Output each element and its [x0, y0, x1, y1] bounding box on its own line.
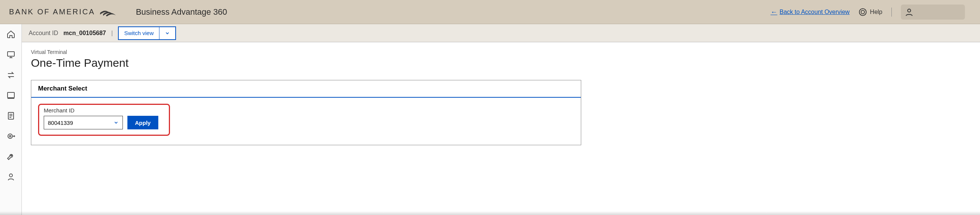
panel-body: Merchant ID 80041339 Apply	[31, 98, 581, 145]
body-wrap: Account ID mcn_00105687 | Switch view Vi…	[0, 24, 980, 215]
home-icon[interactable]	[6, 29, 16, 39]
monitor-transfer-icon[interactable]	[6, 50, 16, 60]
brand-name: BANK OF AMERICA	[9, 8, 95, 16]
account-bar: Account ID mcn_00105687 | Switch view	[22, 24, 980, 42]
svg-point-8	[10, 174, 13, 177]
user-menu[interactable]	[901, 5, 965, 20]
merchant-id-value: 80041339	[48, 119, 73, 126]
help-button[interactable]: Help	[859, 8, 882, 16]
svg-rect-4	[8, 92, 14, 98]
switch-view-button[interactable]: Switch view	[118, 26, 176, 40]
brand-block: BANK OF AMERICA	[9, 7, 118, 18]
left-nav-rail	[0, 24, 22, 215]
svg-point-6	[8, 134, 13, 139]
merchant-id-label: Merchant ID	[44, 107, 164, 113]
gear-arrow-icon[interactable]	[6, 131, 16, 141]
arrow-left-icon: ←	[770, 8, 777, 16]
svg-point-1	[861, 10, 865, 14]
back-link-text: Back to Account Overview	[780, 9, 850, 16]
product-name: Business Advantage 360	[136, 7, 227, 17]
terminal-icon[interactable]	[6, 91, 16, 100]
merchant-select-panel: Merchant Select Merchant ID 80041339 App…	[31, 80, 581, 145]
help-label: Help	[870, 9, 882, 16]
svg-point-7	[10, 135, 11, 137]
main-area: Account ID mcn_00105687 | Switch view Vi…	[22, 24, 980, 215]
divider	[891, 8, 892, 17]
page-title: One-Time Payment	[31, 57, 971, 69]
apply-button[interactable]: Apply	[127, 116, 158, 129]
person-icon[interactable]	[6, 172, 16, 182]
merchant-row: 80041339 Apply	[44, 116, 164, 129]
user-icon	[905, 8, 914, 17]
breadcrumb: Virtual Terminal	[31, 49, 971, 55]
svg-point-0	[859, 9, 866, 16]
chevron-down-icon	[159, 30, 175, 36]
top-right-group: ← Back to Account Overview Help	[770, 0, 965, 24]
highlight-region: Merchant ID 80041339 Apply	[38, 104, 170, 136]
chevron-down-icon	[113, 120, 119, 125]
help-circle-icon	[859, 8, 867, 16]
svg-rect-3	[8, 52, 14, 56]
brand-flag-icon	[100, 7, 118, 18]
merchant-id-select[interactable]: 80041339	[44, 116, 123, 129]
top-bar: BANK OF AMERICA Business Advantage 360 ←…	[0, 0, 980, 24]
svg-point-2	[908, 9, 911, 12]
account-id-label: Account ID	[29, 30, 58, 37]
content-area: Virtual Terminal One-Time Payment Mercha…	[22, 42, 980, 215]
document-icon[interactable]	[6, 111, 16, 121]
wrench-icon[interactable]	[6, 151, 16, 161]
swap-icon[interactable]	[6, 70, 16, 80]
divider: |	[111, 30, 113, 37]
panel-title: Merchant Select	[31, 80, 581, 98]
switch-view-label: Switch view	[119, 27, 159, 40]
page-shadow	[0, 211, 980, 215]
account-id-value: mcn_00105687	[63, 30, 106, 37]
back-to-overview-link[interactable]: ← Back to Account Overview	[770, 8, 850, 16]
